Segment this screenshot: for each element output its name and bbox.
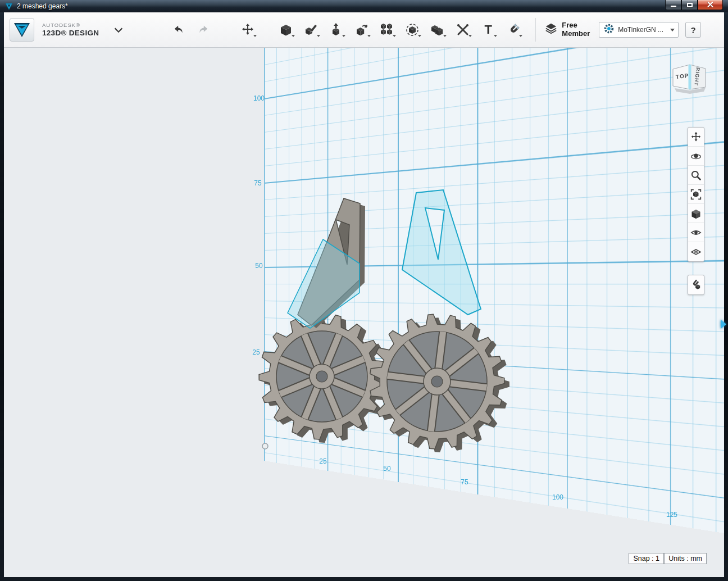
pan-icon[interactable] — [688, 128, 704, 147]
visibility-icon[interactable] — [688, 223, 704, 242]
close-icon — [707, 2, 714, 8]
account-name: MoTinkerGN ... — [618, 26, 667, 34]
brand-autodesk: AUTODESK® — [42, 22, 99, 29]
membership-text: Free Member — [562, 21, 590, 38]
sketch-tool[interactable] — [304, 20, 319, 39]
snap-toggle-icon[interactable] — [688, 275, 704, 294]
snap-setting[interactable]: Snap : 1 — [629, 553, 664, 564]
toolbar-separator — [535, 18, 536, 42]
membership-badge[interactable]: Free Member — [545, 21, 590, 38]
scene-3d — [4, 48, 724, 577]
text-tool[interactable]: T — [481, 20, 495, 39]
orbit-icon[interactable] — [688, 147, 704, 166]
tool-group: T — [240, 20, 521, 39]
app-titlebar-icon — [5, 3, 13, 10]
brand: AUTODESK® 123D® DESIGN — [42, 22, 99, 38]
maximize-button[interactable] — [681, 0, 698, 10]
member-line2: Member — [562, 30, 590, 38]
maximize-icon — [687, 3, 693, 7]
minimize-icon — [671, 6, 676, 7]
transform-tool[interactable] — [240, 20, 255, 39]
main-menu-chevron-icon[interactable] — [112, 24, 125, 36]
combine-tool[interactable] — [430, 20, 445, 39]
fit-view-icon[interactable] — [688, 185, 704, 204]
minimize-button[interactable] — [665, 0, 681, 10]
app-logo[interactable] — [10, 18, 34, 42]
titlebar[interactable]: 2 meshed gears* — [0, 0, 728, 12]
help-button[interactable]: ? — [685, 22, 701, 38]
redo-button[interactable] — [195, 22, 210, 37]
window-controls — [665, 0, 723, 10]
app-window: 2 meshed gears* AUTODESK® 123D® DESIGN T — [0, 0, 728, 581]
123d-logo-icon — [13, 22, 30, 38]
panel-collapse-arrow[interactable] — [721, 317, 728, 331]
numeral-4-sketch[interactable] — [402, 190, 481, 315]
membership-layers-icon — [545, 22, 557, 37]
snap-toolbar — [688, 275, 704, 295]
account-icon — [603, 22, 615, 37]
zoom-icon[interactable] — [688, 166, 704, 185]
member-line1: Free — [562, 21, 590, 30]
window-title: 2 meshed gears* — [17, 2, 68, 10]
viewport[interactable]: 100755025255075100125 TOP RIGHT Snap : 1… — [4, 48, 724, 577]
navigation-toolbar — [688, 127, 704, 262]
app-surface: AUTODESK® 123D® DESIGN T Free Member MoT… — [4, 12, 724, 577]
measure-tool[interactable] — [456, 20, 470, 39]
modify-tool[interactable] — [354, 20, 369, 39]
gear-right[interactable] — [370, 314, 509, 452]
main-toolbar: AUTODESK® 123D® DESIGN T Free Member MoT… — [4, 12, 724, 48]
account-chevron-icon — [670, 29, 675, 34]
gear-left[interactable] — [259, 314, 389, 443]
units-setting[interactable]: Units : mm — [664, 553, 707, 564]
close-button[interactable] — [698, 0, 723, 10]
account-dropdown[interactable]: MoTinkerGN ... — [599, 22, 679, 38]
view-cube[interactable]: TOP RIGHT — [671, 61, 709, 95]
brand-123d-design: 123D® DESIGN — [42, 29, 99, 38]
grouping-tool[interactable] — [405, 20, 420, 39]
undo-button[interactable] — [172, 22, 186, 37]
pattern-tool[interactable] — [380, 20, 394, 39]
grid-origin — [262, 443, 268, 449]
material-icon[interactable] — [688, 242, 704, 261]
construct-tool[interactable] — [329, 20, 344, 39]
primitives-tool[interactable] — [279, 20, 293, 39]
snap-tool[interactable] — [506, 20, 521, 39]
shaded-view-icon[interactable] — [688, 204, 704, 223]
